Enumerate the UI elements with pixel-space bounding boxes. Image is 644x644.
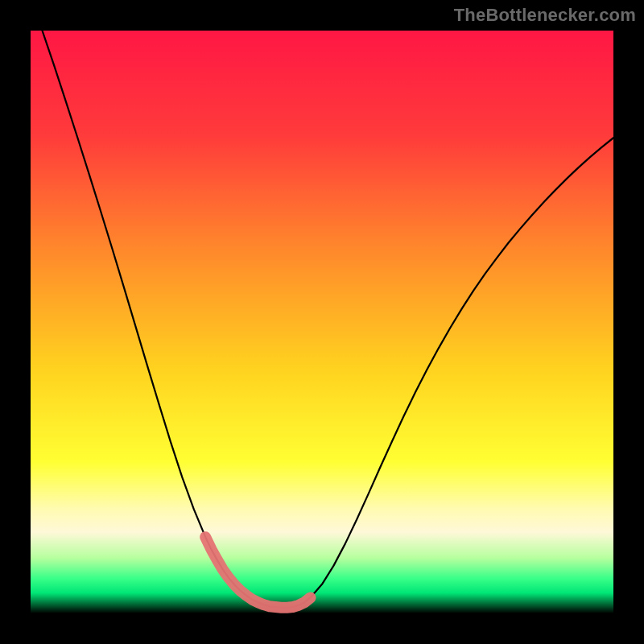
watermark-text: TheBottlenecker.com [454,5,636,26]
chart-stage: TheBottlenecker.com [0,0,644,644]
bottleneck-chart [0,0,644,644]
plot-background-gradient [31,31,613,613]
